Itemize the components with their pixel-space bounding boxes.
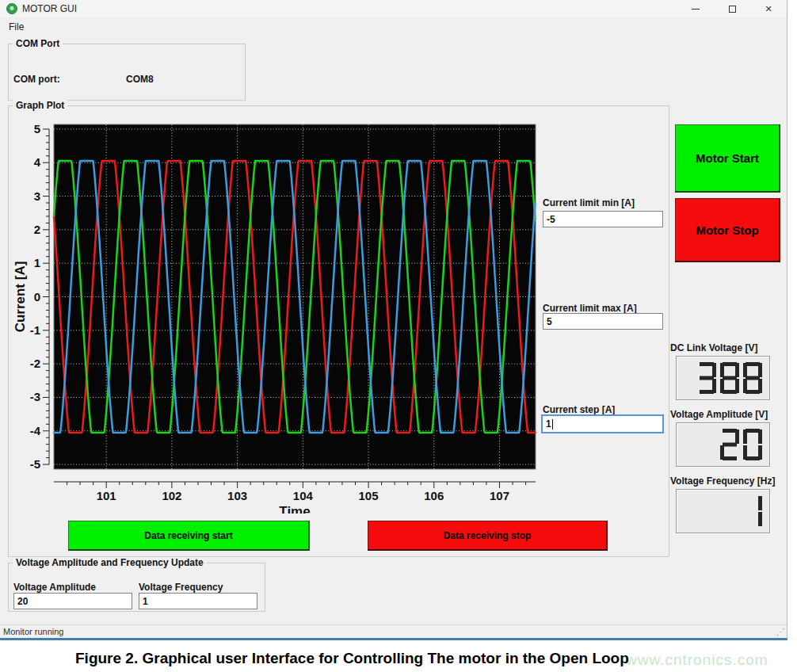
- titlebar[interactable]: MOTOR GUI ✕: [0, 0, 787, 17]
- svg-text:103: 103: [227, 489, 247, 502]
- svg-text:107: 107: [490, 489, 509, 502]
- window-title: MOTOR GUI: [22, 3, 77, 14]
- seven-segment-digits: [743, 495, 762, 527]
- svg-text:105: 105: [359, 489, 379, 502]
- seven-segment-digits: [720, 429, 762, 460]
- graph-plot-group: Graph Plot -5-4-3-2-10123451011021031041…: [8, 105, 669, 557]
- resize-grip-icon[interactable]: ⋰: [776, 627, 785, 637]
- com-port-value: COM8: [126, 74, 154, 85]
- com-port-label: COM port:: [13, 74, 60, 85]
- close-button[interactable]: ✕: [750, 0, 787, 17]
- com-port-group-title: COM Port: [13, 38, 63, 49]
- x-axis-label: Time: [279, 504, 310, 514]
- menubar: File: [0, 17, 787, 36]
- svg-text:4: 4: [34, 155, 41, 169]
- svg-text:-3: -3: [30, 390, 40, 403]
- svg-text:1: 1: [34, 256, 40, 269]
- dc-link-voltage-label: DC Link Voltage [V]: [670, 342, 757, 353]
- voltage-update-group-title: Voltage Amplitude and Frequency Update: [13, 557, 207, 568]
- voltage-frequency-display-label: Voltage Frequency [Hz]: [670, 475, 775, 487]
- status-text: Monitor running: [3, 627, 63, 636]
- svg-text:104: 104: [293, 489, 314, 502]
- current-step-label: Current step [A]: [543, 404, 615, 415]
- data-receiving-start-button[interactable]: Data receiving start: [68, 521, 310, 551]
- svg-text:-1: -1: [30, 323, 40, 337]
- statusbar: Monitor running ⋰: [0, 624, 787, 638]
- dc-link-voltage-display: [676, 356, 770, 400]
- motor-gui-window: MOTOR GUI ✕ File COM Port COM port: COM8…: [0, 0, 787, 640]
- svg-text:0: 0: [34, 290, 40, 304]
- voltage-frequency-input[interactable]: 1: [139, 593, 257, 609]
- watermark-text: www.cntronics.com: [626, 651, 768, 669]
- seven-segment-digits: [697, 362, 762, 394]
- text-caret: [552, 419, 553, 430]
- voltage-frequency-display: [676, 489, 770, 533]
- svg-text:3: 3: [34, 189, 40, 203]
- motor-start-button[interactable]: Motor Start: [675, 124, 780, 193]
- svg-text:-2: -2: [30, 357, 40, 370]
- minimize-button[interactable]: [677, 0, 714, 17]
- minimize-icon: [692, 9, 700, 10]
- voltage-update-group: Voltage Amplitude and Frequency Update V…: [8, 563, 265, 612]
- figure-caption: Figure 2. Graphical user Interface for C…: [75, 650, 629, 667]
- voltage-frequency-label: Voltage Frequency: [139, 582, 223, 593]
- data-receiving-stop-button[interactable]: Data receiving stop: [368, 521, 608, 551]
- close-icon: ✕: [765, 4, 772, 14]
- maximize-icon: [729, 6, 736, 13]
- svg-text:106: 106: [424, 489, 444, 502]
- voltage-amplitude-display: [676, 422, 770, 467]
- svg-text:101: 101: [97, 489, 116, 502]
- voltage-amplitude-label: Voltage Amplitude: [13, 582, 96, 593]
- current-limit-max-label: Current limit max [A]: [543, 303, 637, 314]
- graph-plot-group-title: Graph Plot: [13, 100, 67, 111]
- graph-plot-svg: -5-4-3-2-1012345101102103104105106107Tim…: [9, 116, 563, 514]
- svg-text:102: 102: [162, 489, 181, 502]
- maximize-button[interactable]: [714, 0, 750, 17]
- current-limit-min-input[interactable]: -5: [543, 211, 663, 227]
- voltage-amplitude-input[interactable]: 20: [13, 593, 132, 609]
- current-limit-max-input[interactable]: 5: [543, 313, 663, 330]
- com-port-group: COM Port COM port: COM8: [8, 44, 246, 101]
- svg-text:2: 2: [34, 223, 40, 236]
- app-icon: [6, 3, 17, 14]
- y-axis-label: Current [A]: [13, 262, 28, 333]
- current-limit-min-label: Current limit min [A]: [543, 197, 635, 208]
- menu-file[interactable]: File: [6, 21, 26, 32]
- svg-text:-4: -4: [30, 424, 41, 437]
- window-controls: ✕: [677, 0, 787, 17]
- svg-text:5: 5: [34, 122, 40, 136]
- current-step-input[interactable]: 1: [541, 414, 664, 433]
- voltage-amplitude-display-label: Voltage Amplitude [V]: [670, 409, 768, 420]
- motor-stop-button[interactable]: Motor Stop: [675, 198, 780, 262]
- svg-text:-5: -5: [30, 457, 40, 471]
